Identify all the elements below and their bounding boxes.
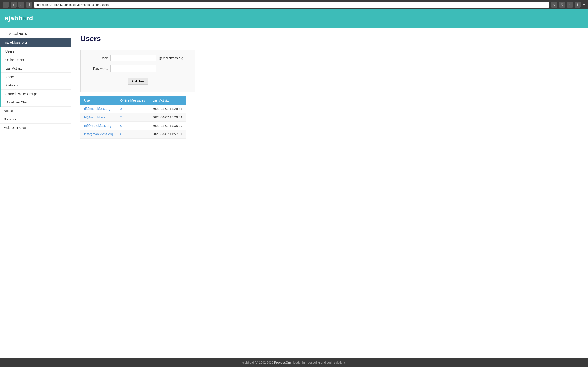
col-header-activity: Last Activity xyxy=(149,96,186,105)
sidebar-item-last-activity[interactable]: Last Activity xyxy=(1,64,71,73)
new-tab-button[interactable]: + xyxy=(582,2,585,7)
main-layout: Virtual Hosts marekfoss.org Users Online… xyxy=(0,27,588,358)
sidebar-item-statistics[interactable]: Statistics xyxy=(1,81,71,90)
table-cell-user: test@marekfoss.org xyxy=(80,130,116,139)
last-activity-value: 2020-04-07 16:25:56 xyxy=(152,107,182,110)
content-area: Users User: @ marekfoss.org Password: Ad… xyxy=(71,27,588,358)
add-user-btn-row: Add User xyxy=(87,76,188,87)
user-label: User: xyxy=(87,56,108,60)
browser-chrome: ‹ › ⌂ ℹ ↻ ⧉ ↑ ⬇ + xyxy=(0,0,588,9)
server-item[interactable]: marekfoss.org xyxy=(0,38,71,47)
share-button[interactable]: ↑ xyxy=(567,2,573,8)
last-activity-value: 2020-04-07 11:57:01 xyxy=(152,132,182,136)
table-cell-activity: 2020-04-07 11:57:01 xyxy=(149,130,186,139)
table-row: mf@marekfoss.org 0 2020-04-07 19:38:00 xyxy=(80,122,186,130)
table-body: df@marekfoss.org 3 2020-04-07 16:25:56 h… xyxy=(80,105,186,139)
table-cell-user: df@marekfoss.org xyxy=(80,105,116,113)
info-button[interactable]: ℹ xyxy=(26,2,32,8)
refresh-button[interactable]: ↻ xyxy=(551,2,557,8)
table-header: User Offline Messages Last Activity xyxy=(80,96,186,105)
user-link[interactable]: df@marekfoss.org xyxy=(84,107,111,110)
page-title: Users xyxy=(80,34,579,43)
sidebar-section: Users Online Users Last Activity Nodes S… xyxy=(0,47,71,107)
last-activity-value: 2020-04-07 16:26:04 xyxy=(152,115,182,119)
user-input[interactable] xyxy=(111,55,156,61)
table-cell-activity: 2020-04-07 16:25:56 xyxy=(149,105,186,113)
download-button[interactable]: ⬇ xyxy=(575,2,581,8)
user-field-row: User: @ marekfoss.org xyxy=(87,55,188,61)
user-link[interactable]: test@marekfoss.org xyxy=(84,132,113,136)
table-row: test@marekfoss.org 0 2020-04-07 11:57:01 xyxy=(80,130,186,139)
last-activity-value: 2020-04-07 19:38:00 xyxy=(152,124,182,127)
table-cell-offline: 0 xyxy=(116,130,149,139)
url-bar[interactable] xyxy=(34,2,549,8)
table-cell-user: hf@marekfoss.org xyxy=(80,113,116,122)
forward-button[interactable]: › xyxy=(10,2,17,8)
user-link[interactable]: hf@marekfoss.org xyxy=(84,115,111,119)
app-logo: ejabberd xyxy=(5,15,33,22)
extension-button[interactable]: ⧉ xyxy=(559,2,565,8)
add-user-button[interactable]: Add User xyxy=(128,78,148,85)
table-cell-offline: 0 xyxy=(116,122,149,130)
table-cell-offline: 3 xyxy=(116,105,149,113)
table-row: df@marekfoss.org 3 2020-04-07 16:25:56 xyxy=(80,105,186,113)
sidebar-item-multiuser-chat-top[interactable]: Multi-User Chat xyxy=(0,124,71,132)
users-table: User Offline Messages Last Activity df@m… xyxy=(80,96,186,139)
sidebar-item-statistics-top[interactable]: Statistics xyxy=(0,115,71,124)
footer-text: ejabberd (c) 2002-2020 xyxy=(242,361,274,364)
back-button[interactable]: ‹ xyxy=(3,2,9,8)
add-user-form: User: @ marekfoss.org Password: Add User xyxy=(80,50,195,92)
col-header-user: User xyxy=(80,96,116,105)
table-cell-activity: 2020-04-07 19:38:00 xyxy=(149,122,186,130)
footer-brand: ProcessOne xyxy=(274,361,292,364)
table-cell-offline: 3 xyxy=(116,113,149,122)
app-header: ejabberd xyxy=(0,9,588,27)
home-button[interactable]: ⌂ xyxy=(18,2,24,8)
sidebar-item-online-users[interactable]: Online Users xyxy=(1,56,71,64)
sidebar-item-users[interactable]: Users xyxy=(1,47,71,56)
table-cell-activity: 2020-04-07 16:26:04 xyxy=(149,113,186,122)
offline-count: 0 xyxy=(120,124,122,127)
table-cell-user: mf@marekfoss.org xyxy=(80,122,116,130)
password-input[interactable] xyxy=(111,65,156,72)
offline-count: 3 xyxy=(120,115,122,119)
sidebar-item-nodes-top[interactable]: Nodes xyxy=(0,107,71,115)
table-row: hf@marekfoss.org 3 2020-04-07 16:26:04 xyxy=(80,113,186,122)
footer-suffix: , leader in messaging and push solutions xyxy=(292,361,346,364)
sidebar-item-nodes[interactable]: Nodes xyxy=(1,73,71,81)
domain-label: @ marekfoss.org xyxy=(159,56,183,60)
user-link[interactable]: mf@marekfoss.org xyxy=(84,124,111,127)
offline-count: 3 xyxy=(120,107,122,110)
virtual-hosts-label[interactable]: Virtual Hosts xyxy=(0,30,71,38)
password-field-row: Password: xyxy=(87,65,188,72)
sidebar-item-shared-roster[interactable]: Shared Roster Groups xyxy=(1,90,71,98)
offline-count: 0 xyxy=(120,132,122,136)
sidebar: Virtual Hosts marekfoss.org Users Online… xyxy=(0,27,71,358)
col-header-offline: Offline Messages xyxy=(116,96,149,105)
sidebar-item-multiuser-chat[interactable]: Multi-User Chat xyxy=(1,98,71,107)
app-footer: ejabberd (c) 2002-2020 ProcessOne, leade… xyxy=(0,358,588,367)
password-label: Password: xyxy=(87,67,108,70)
